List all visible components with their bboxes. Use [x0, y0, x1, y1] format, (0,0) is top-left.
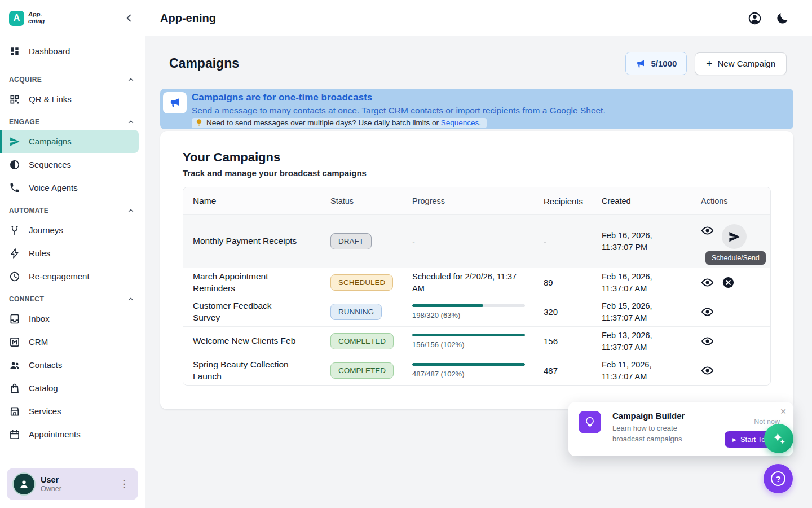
sidebar-item-label: Rules: [29, 248, 50, 258]
user-card[interactable]: User Owner ⋮: [7, 468, 138, 500]
card-subtitle: Track and manage your broadcast campaign…: [183, 168, 771, 178]
recipients-count: 156: [544, 336, 602, 346]
sparkles-icon: [771, 431, 786, 446]
popup-body: Learn how to create broadcast campaigns: [612, 423, 708, 445]
view-button[interactable]: [701, 276, 714, 289]
schedule-send-button[interactable]: [722, 224, 747, 249]
view-button[interactable]: [701, 335, 714, 348]
send-icon: [9, 136, 20, 147]
sidebar-item-re-engagement[interactable]: Re-engagement: [0, 265, 145, 288]
lightbulb-icon: [579, 411, 601, 433]
dark-mode-icon[interactable]: [775, 11, 789, 25]
sidebar-section-acquire[interactable]: ACQUIRE: [0, 68, 145, 87]
phone-icon: [9, 182, 20, 194]
sidebar-section-automate[interactable]: AUTOMATE: [0, 199, 145, 218]
lightbulb-icon: [195, 119, 203, 126]
column-header-created: Created: [602, 195, 701, 207]
eye-icon: [701, 224, 714, 237]
user-menu-button[interactable]: ⋮: [117, 477, 131, 491]
section-title: ACQUIRE: [9, 76, 42, 84]
column-header-status: Status: [330, 196, 412, 205]
sidebar-item-label: QR & Links: [29, 94, 72, 104]
qr-code-icon: [9, 94, 20, 105]
sidebar-item-voice-agents[interactable]: Voice Agents: [0, 176, 145, 199]
sidebar-item-dashboard[interactable]: Dashboard: [0, 40, 145, 63]
sidebar-item-contacts[interactable]: Contacts: [0, 353, 145, 376]
sidebar-item-label: Re-engagement: [29, 271, 90, 281]
sidebar-item-label: Contacts: [29, 360, 62, 370]
help-button[interactable]: ?: [764, 464, 793, 493]
sidebar-nav: Dashboard ACQUIRE QR & Links ENGAGE Camp…: [0, 36, 145, 462]
campaigns-table: Name Status Progress Recipients Created …: [183, 187, 771, 386]
campaign-name: Spring Beauty Collection Launch: [193, 359, 330, 383]
created-date: Feb 11, 2026, 11:37:07 AM: [602, 359, 701, 383]
sidebar-item-qr-links[interactable]: QR & Links: [0, 87, 145, 111]
eye-icon: [701, 364, 714, 377]
close-icon[interactable]: ✕: [780, 408, 787, 415]
campaign-name: March Appointment Reminders: [193, 271, 330, 295]
column-header-recipients: Recipients: [544, 196, 602, 206]
app-title: App-ening: [160, 12, 216, 25]
campaign-quota-badge[interactable]: 5/1000: [625, 52, 687, 75]
megaphone-glyph: [169, 97, 181, 109]
eye-icon: [701, 305, 714, 318]
send-icon: [728, 230, 741, 243]
plus-icon: +: [706, 58, 712, 69]
status-badge: DRAFT: [330, 233, 372, 249]
sidebar-header: A App-ening: [0, 0, 145, 36]
sequences-icon: [9, 159, 20, 170]
eye-icon: [701, 276, 714, 289]
sidebar-item-campaigns[interactable]: Campaigns: [0, 130, 139, 153]
sidebar-item-inbox[interactable]: Inbox: [0, 307, 145, 330]
chevron-up-icon: [127, 295, 135, 303]
sidebar-item-sequences[interactable]: Sequences: [0, 153, 145, 176]
new-campaign-button[interactable]: + New Campaign: [695, 52, 787, 75]
lightbulb-glyph: [584, 416, 596, 428]
megaphone-icon: [163, 92, 187, 113]
user-role: Owner: [41, 485, 111, 493]
route-icon: [9, 225, 20, 236]
dashboard-icon: [9, 46, 20, 57]
table-row: Welcome New Clients Feb COMPLETED 156/15…: [183, 326, 770, 356]
sidebar-item-journeys[interactable]: Journeys: [0, 218, 145, 242]
new-campaign-label: New Campaign: [717, 59, 775, 68]
user-meta: User Owner: [41, 475, 111, 493]
column-header-progress: Progress: [412, 196, 544, 205]
view-button[interactable]: [701, 224, 714, 237]
user-name: User: [41, 475, 111, 484]
view-button[interactable]: [701, 364, 714, 377]
progress-label: 156/156 (102%): [412, 340, 536, 349]
sidebar-section-connect[interactable]: CONNECT: [0, 288, 145, 307]
lightning-icon: [9, 248, 20, 259]
sidebar-item-label: Voice Agents: [29, 183, 78, 192]
card-title: Your Campaigns: [183, 150, 771, 165]
sidebar-item-rules[interactable]: Rules: [0, 242, 145, 265]
play-icon: ▶: [732, 437, 736, 443]
sidebar-item-services[interactable]: Services: [0, 400, 145, 423]
table-row: Customer Feedback Survey RUNNING 198/320…: [183, 297, 770, 326]
cancel-button[interactable]: [722, 276, 735, 289]
inbox-icon: [9, 313, 20, 325]
actions-cell: Schedule/Send: [701, 215, 770, 268]
sidebar-section-engage[interactable]: ENGAGE: [0, 111, 145, 130]
ai-assistant-button[interactable]: [764, 424, 793, 453]
topbar-actions: [748, 11, 789, 25]
account-icon[interactable]: [748, 11, 762, 25]
sidebar-item-crm[interactable]: CRM: [0, 330, 145, 353]
campaign-builder-popup: Campaign Builder Learn how to create bro…: [568, 402, 793, 456]
chevron-up-icon: [127, 207, 135, 214]
sequences-link[interactable]: Sequences: [441, 119, 479, 127]
sidebar-item-label: Sequences: [29, 160, 71, 169]
clock-icon: [9, 271, 20, 282]
sidebar-item-catalog[interactable]: Catalog: [0, 376, 145, 400]
view-button[interactable]: [701, 305, 714, 318]
sidebar-collapse-button[interactable]: [123, 12, 135, 24]
sidebar-item-label: Journeys: [29, 225, 63, 235]
top-bar: App-ening: [145, 0, 812, 36]
progress-bar: [412, 363, 525, 366]
sidebar-item-appointments[interactable]: Appointments: [0, 423, 145, 446]
banner-tip: Need to send messages over multiple days…: [192, 118, 487, 128]
campaign-name: Welcome New Clients Feb: [193, 335, 330, 347]
tip-text: Need to send messages over multiple days…: [206, 119, 481, 127]
table-row: Monthly Payment Receipts DRAFT - - Feb 1…: [183, 214, 770, 268]
